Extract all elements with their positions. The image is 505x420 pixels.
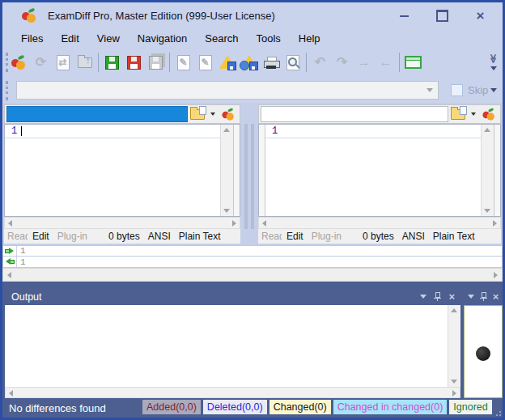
right-encoding[interactable]: ANSI	[402, 231, 425, 242]
title-bar[interactable]: ExamDiff Pro, Master Edition (999-User L…	[2, 2, 503, 29]
right-edit-mode[interactable]: Edit	[286, 231, 303, 242]
output-horizontal-scrollbar[interactable]	[5, 387, 460, 398]
close-icon[interactable]: ×	[493, 291, 499, 302]
left-plugin-indicator[interactable]: Plug-in	[57, 231, 87, 242]
scroll-up-icon[interactable]	[451, 308, 457, 312]
compare-icon	[222, 108, 235, 120]
panel-menu-icon[interactable]	[420, 295, 426, 299]
left-edit-mode[interactable]: Edit	[32, 231, 49, 242]
row-options-dropdown[interactable]	[490, 88, 497, 92]
recompare-button[interactable]: ⟳	[30, 52, 52, 74]
skip-checkbox-group[interactable]: Skip	[451, 84, 488, 96]
left-path-dropdown[interactable]	[207, 112, 219, 116]
save-diff-button[interactable]	[216, 52, 238, 74]
right-diff-map[interactable]	[494, 125, 500, 216]
scroll-down-icon[interactable]	[484, 209, 490, 213]
menu-search[interactable]: Search	[196, 31, 247, 46]
right-editor-text[interactable]: 1	[265, 125, 481, 216]
scroll-down-icon[interactable]	[451, 380, 457, 384]
left-horizontal-scrollbar[interactable]	[4, 217, 240, 229]
print-preview-button[interactable]	[282, 52, 303, 74]
save-diff-html-button[interactable]	[238, 52, 260, 74]
save-first-button[interactable]	[101, 52, 123, 74]
chevron-down-icon	[471, 112, 476, 116]
output-panel-header[interactable]: Output ×	[5, 288, 460, 305]
scroll-up-icon[interactable]	[223, 128, 230, 132]
toolbar-options-dropdown[interactable]	[490, 66, 497, 70]
copy-to-right-icon[interactable]	[5, 248, 15, 255]
left-diff-map[interactable]	[233, 125, 240, 216]
scroll-right-icon[interactable]	[452, 390, 456, 397]
diff-line-row[interactable]: 1	[2, 257, 503, 268]
save-second-button[interactable]	[123, 52, 145, 74]
scroll-left-icon[interactable]	[7, 272, 11, 278]
diff-horizontal-scrollbar[interactable]	[2, 268, 503, 282]
menu-navigation[interactable]: Navigation	[129, 31, 196, 46]
left-syntax[interactable]: Plain Text	[179, 231, 221, 242]
swap-panes-button[interactable]: ⇄	[52, 52, 74, 74]
next-diff-button[interactable]: →	[353, 52, 375, 74]
right-file-path-input[interactable]	[261, 106, 448, 122]
pin-icon[interactable]	[434, 292, 441, 301]
redo-button[interactable]: ↷	[331, 52, 353, 74]
diff-line-row[interactable]: 1	[2, 245, 503, 257]
resize-grip[interactable]	[492, 407, 501, 416]
right-readonly-indicator[interactable]: Read	[261, 231, 282, 242]
pane-splitter[interactable]	[244, 124, 248, 229]
toolbar-overflow-button[interactable]: ≫	[490, 54, 499, 64]
pane-splitter[interactable]	[251, 124, 254, 229]
left-readonly-indicator[interactable]: Read	[7, 231, 28, 242]
left-browse-button[interactable]	[188, 106, 207, 122]
copy-to-left-icon[interactable]	[5, 258, 15, 265]
right-path-dropdown[interactable]	[468, 112, 479, 116]
close-button[interactable]: ×	[461, 2, 499, 29]
right-editor-pane[interactable]: 1	[258, 124, 501, 217]
compare-button[interactable]	[8, 52, 30, 74]
menu-help[interactable]: Help	[290, 31, 329, 46]
minimize-button[interactable]	[385, 2, 423, 29]
menu-view[interactable]: View	[88, 31, 129, 46]
maximize-button[interactable]	[423, 2, 461, 29]
scroll-left-icon[interactable]	[262, 220, 266, 227]
scroll-up-icon[interactable]	[484, 128, 490, 132]
left-file-path-input[interactable]	[6, 106, 188, 122]
save-both-button[interactable]	[145, 52, 167, 74]
options-combobox[interactable]	[16, 81, 439, 100]
statistics-panel-header[interactable]: ×	[464, 288, 503, 305]
scroll-left-icon[interactable]	[8, 220, 12, 227]
right-plugin-indicator[interactable]: Plug-in	[312, 231, 342, 242]
menu-files[interactable]: Files	[12, 31, 52, 46]
right-browse-button[interactable]	[448, 106, 468, 122]
undo-button[interactable]: ↶	[309, 52, 331, 74]
right-compare-button[interactable]	[479, 106, 499, 122]
skip-checkbox[interactable]	[451, 84, 463, 96]
prev-diff-button[interactable]: ←	[375, 52, 397, 74]
left-vertical-scrollbar[interactable]	[220, 125, 233, 216]
output-vertical-scrollbar[interactable]	[448, 305, 460, 387]
edit-second-button[interactable]: ✎	[194, 52, 216, 74]
scroll-down-icon[interactable]	[223, 209, 230, 213]
scroll-right-icon[interactable]	[232, 220, 236, 227]
scroll-left-icon[interactable]	[9, 390, 13, 397]
menu-tools[interactable]: Tools	[247, 31, 289, 46]
left-compare-button[interactable]	[219, 106, 238, 122]
combobox-dropdown-icon[interactable]	[426, 88, 433, 92]
edit-first-button[interactable]: ✎	[172, 52, 194, 74]
right-diff-map-left[interactable]	[259, 125, 265, 216]
left-editor-pane[interactable]: 1	[4, 124, 240, 217]
row-grip[interactable]	[6, 81, 8, 100]
print-button[interactable]	[260, 52, 282, 74]
left-editor-text[interactable]: 1	[5, 125, 220, 216]
close-icon[interactable]: ×	[448, 291, 455, 302]
right-vertical-scrollbar[interactable]	[481, 125, 494, 216]
panel-menu-icon[interactable]	[468, 295, 474, 299]
pin-icon[interactable]	[480, 292, 487, 301]
right-syntax[interactable]: Plain Text	[433, 231, 475, 242]
open-session-button[interactable]: ↑	[74, 52, 95, 74]
scroll-right-icon[interactable]	[494, 272, 498, 278]
left-encoding[interactable]: ANSI	[148, 231, 171, 242]
right-horizontal-scrollbar[interactable]	[258, 217, 501, 229]
menu-edit[interactable]: Edit	[52, 31, 87, 46]
scroll-right-icon[interactable]	[493, 220, 497, 227]
options-button[interactable]	[402, 52, 424, 74]
